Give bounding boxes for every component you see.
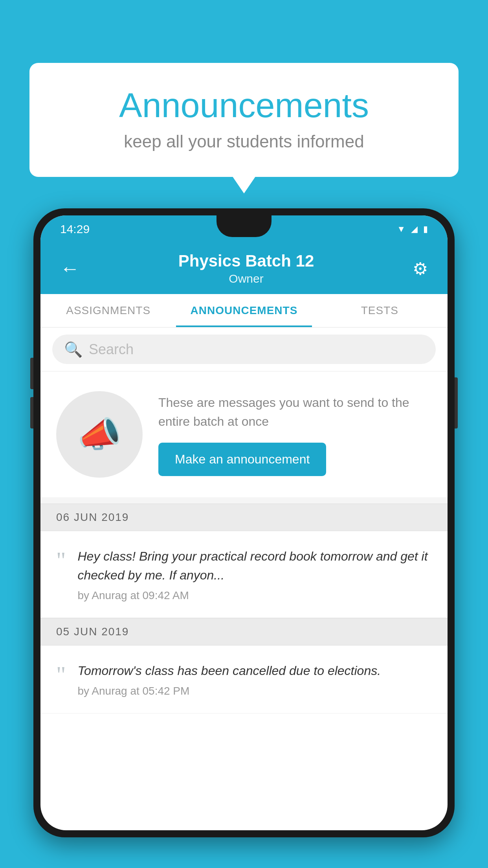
promo-icon-circle: 📣 [56,391,143,478]
make-announcement-button[interactable]: Make an announcement [158,443,326,476]
tab-tests[interactable]: TESTS [312,294,448,327]
speech-bubble-card: Announcements keep all your students inf… [29,63,459,177]
tab-assignments[interactable]: ASSIGNMENTS [40,294,176,327]
promo-right: These are messages you want to send to t… [158,393,432,476]
status-time: 14:29 [60,223,90,236]
tab-announcements[interactable]: ANNOUNCEMENTS [176,294,312,327]
announcement-meta-2: by Anurag at 05:42 PM [78,685,381,697]
status-icons [397,224,428,234]
quote-icon-2: " [56,665,66,684]
app-bar-subtitle: Owner [84,272,409,285]
signal-icon [411,224,418,234]
bubble-subtitle: keep all your students informed [61,132,427,151]
announcement-item-2[interactable]: " Tomorrow's class has been cancelled du… [40,645,448,714]
speech-bubble-section: Announcements keep all your students inf… [29,63,459,177]
status-bar: 14:29 [40,215,448,243]
search-placeholder: Search [89,341,134,358]
phone-frame: 14:29 ← Physics Batch 12 Owner ⚙ [33,208,455,837]
announcement-content-2: Tomorrow's class has been cancelled due … [78,661,381,697]
back-button[interactable]: ← [56,253,84,284]
announcement-meta-1: by Anurag at 09:42 AM [78,589,432,602]
megaphone-icon: 📣 [77,414,121,455]
content-area: 🔍 Search 📣 These are messages you want t… [40,327,448,714]
settings-button[interactable]: ⚙ [409,255,432,283]
announcement-text-1: Hey class! Bring your practical record b… [78,547,432,585]
quote-icon-1: " [56,551,66,570]
app-bar: ← Physics Batch 12 Owner ⚙ [40,243,448,294]
announcement-content-1: Hey class! Bring your practical record b… [78,547,432,602]
search-icon: 🔍 [64,341,83,358]
tabs-bar: ASSIGNMENTS ANNOUNCEMENTS TESTS [40,294,448,327]
notch [216,215,272,237]
announcement-item-1[interactable]: " Hey class! Bring your practical record… [40,531,448,618]
date-separator-1: 06 JUN 2019 [40,504,448,531]
search-bar[interactable]: 🔍 Search [52,335,436,364]
promo-description: These are messages you want to send to t… [158,393,432,431]
volume-up-button [30,358,33,389]
phone-wrapper: 14:29 ← Physics Batch 12 Owner ⚙ [33,208,455,868]
search-container: 🔍 Search [40,327,448,371]
phone-screen: 14:29 ← Physics Batch 12 Owner ⚙ [40,215,448,830]
battery-icon [423,224,428,234]
volume-down-button [30,397,33,428]
promo-section: 📣 These are messages you want to send to… [40,371,448,497]
date-separator-2: 05 JUN 2019 [40,618,448,645]
app-bar-title-section: Physics Batch 12 Owner [84,252,409,285]
power-button [455,377,458,428]
wifi-icon [397,224,405,234]
bubble-title: Announcements [61,86,427,125]
announcement-text-2: Tomorrow's class has been cancelled due … [78,661,381,680]
app-bar-title: Physics Batch 12 [84,252,409,270]
